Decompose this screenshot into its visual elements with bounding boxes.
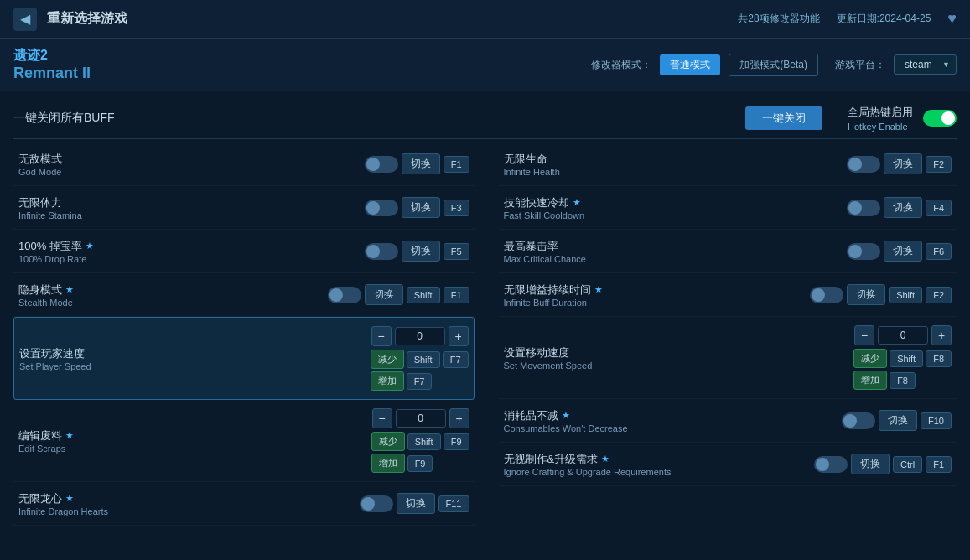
consumables-key[interactable]: F10	[921, 412, 952, 429]
consumables-toggle[interactable]	[842, 412, 875, 429]
feature-name-cn: 编辑废料 ★	[18, 428, 371, 443]
back-button[interactable]: ◀	[13, 8, 37, 31]
platform-select[interactable]: steam	[894, 54, 957, 75]
movement-shift-key[interactable]: Shift	[890, 350, 923, 367]
movement-input[interactable]	[878, 326, 928, 345]
hotkey-toggle[interactable]	[923, 110, 957, 127]
dragon-hearts-switch[interactable]: 切换	[397, 493, 435, 514]
crafting-switch[interactable]: 切换	[851, 454, 890, 474]
stealth-toggle[interactable]	[328, 287, 361, 303]
scraps-reduce-btn[interactable]: 减少	[371, 432, 405, 451]
star-icon: ★	[65, 284, 74, 295]
speed-increase-row: 增加 F7	[371, 371, 469, 391]
hotkey-label: 全局热键启用	[848, 105, 913, 120]
star-icon: ★	[86, 241, 94, 251]
dragon-hearts-key[interactable]: F11	[438, 495, 469, 512]
health-toggle[interactable]	[847, 156, 880, 173]
feature-name-cn: 技能快速冷却 ★	[504, 195, 848, 210]
crafting-ctrl-key[interactable]: Ctrl	[893, 456, 922, 473]
star-icon: ★	[562, 410, 570, 421]
buff-switch[interactable]: 切换	[847, 284, 885, 305]
dragon-hearts-toggle[interactable]	[360, 495, 393, 512]
normal-mode-button[interactable]: 普通模式	[660, 54, 720, 75]
feature-name-en: Infinite Buff Duration	[504, 298, 811, 308]
scraps-shift-key[interactable]: Shift	[407, 433, 441, 450]
drop-rate-toggle[interactable]	[365, 243, 398, 260]
scraps-input[interactable]	[396, 409, 446, 428]
star-icon: ★	[594, 284, 603, 295]
buff-toggle[interactable]	[810, 287, 843, 303]
movement-f8-key[interactable]: F8	[890, 372, 916, 389]
critical-toggle[interactable]	[847, 243, 880, 260]
stamina-key[interactable]: F3	[444, 200, 469, 216]
star-icon: ★	[65, 430, 74, 441]
skill-cooldown-toggle[interactable]	[847, 200, 880, 216]
feature-controls: 切换 F5	[365, 241, 469, 262]
health-switch[interactable]: 切换	[884, 153, 922, 174]
feature-name-en: Set Movement Speed	[504, 360, 854, 371]
header: ◀ 重新选择游戏 共28项修改器功能 更新日期:2024-04-25 ♥	[0, 0, 970, 39]
critical-switch[interactable]: 切换	[884, 241, 922, 262]
speed-f7-reduce-key[interactable]: F7	[443, 351, 469, 368]
movement-minus-btn[interactable]: −	[854, 325, 874, 345]
scraps-increase-btn[interactable]: 增加	[371, 454, 405, 473]
stamina-switch[interactable]: 切换	[402, 197, 440, 218]
skill-cooldown-key[interactable]: F4	[926, 200, 952, 216]
crafting-toggle[interactable]	[814, 456, 848, 473]
main-content: 一键关闭所有BUFF 一键关闭 全局热键启用 Hotkey Enable 无敌模…	[0, 91, 970, 557]
feature-controls: 切换 Shift F1	[328, 284, 469, 305]
god-mode-toggle[interactable]	[365, 156, 398, 173]
feature-name-en: Max Critical Chance	[504, 254, 848, 264]
speed-input[interactable]	[395, 327, 445, 345]
scraps-number-row: − +	[372, 408, 469, 428]
drop-rate-switch[interactable]: 切换	[402, 241, 440, 262]
feature-set-movement-speed: 设置移动速度 Set Movement Speed − + 减少 Shif	[499, 317, 957, 399]
scraps-f9-reduce-key[interactable]: F9	[444, 433, 469, 450]
feature-left: 编辑废料 ★ Edit Scraps	[18, 428, 371, 454]
feature-edit-scraps: 编辑废料 ★ Edit Scraps − + 减少 Shift	[13, 400, 475, 482]
movement-plus-btn[interactable]: +	[931, 325, 952, 345]
stamina-toggle[interactable]	[365, 200, 398, 216]
drop-rate-key[interactable]: F5	[444, 243, 469, 260]
speed-reduce-btn[interactable]: 减少	[371, 350, 404, 369]
hotkey-sublabel: Hotkey Enable	[848, 122, 908, 132]
movement-reduce-btn[interactable]: 减少	[853, 349, 887, 368]
consumables-switch[interactable]: 切换	[879, 410, 917, 431]
speed-plus-btn[interactable]: +	[449, 326, 469, 346]
feature-name-cn: 无限生命	[504, 152, 848, 167]
feature-name-en: Fast Skill Cooldown	[504, 210, 848, 220]
movement-f8-reduce-key[interactable]: F8	[926, 350, 952, 367]
feature-fast-skill-cooldown: 技能快速冷却 ★ Fast Skill Cooldown 切换 F4	[499, 186, 957, 230]
feature-name-cn: 最高暴击率	[504, 239, 848, 254]
speed-increase-btn[interactable]: 增加	[371, 371, 404, 391]
speed-f7-key[interactable]: F7	[407, 373, 433, 390]
stealth-key1[interactable]: Shift	[407, 287, 440, 303]
scraps-f9-key[interactable]: F9	[407, 455, 433, 472]
god-mode-key[interactable]: F1	[444, 156, 469, 173]
critical-key[interactable]: F6	[926, 243, 952, 260]
one-key-button[interactable]: 一键关闭	[745, 106, 822, 130]
scraps-plus-btn[interactable]: +	[449, 408, 469, 428]
favorite-icon[interactable]: ♥	[947, 10, 957, 28]
speed-shift-key[interactable]: Shift	[407, 351, 440, 368]
skill-cooldown-switch[interactable]: 切换	[884, 197, 922, 218]
speed-minus-btn[interactable]: −	[371, 326, 392, 346]
game-titles: 遗迹2 Remnant II	[13, 47, 591, 82]
health-key[interactable]: F2	[926, 156, 952, 173]
stealth-key2[interactable]: F1	[444, 287, 469, 303]
top-bar: 一键关闭所有BUFF 一键关闭 全局热键启用 Hotkey Enable	[13, 98, 957, 139]
buff-shift-key[interactable]: Shift	[889, 287, 922, 303]
scraps-reduce-row: 减少 Shift F9	[371, 432, 469, 451]
scraps-minus-btn[interactable]: −	[372, 408, 392, 428]
god-mode-switch[interactable]: 切换	[402, 153, 440, 174]
stealth-switch[interactable]: 切换	[365, 284, 403, 305]
crafting-f1-key[interactable]: F1	[926, 456, 952, 473]
one-key-label: 一键关闭所有BUFF	[13, 111, 745, 126]
enhanced-mode-button[interactable]: 加强模式(Beta)	[729, 54, 818, 76]
movement-increase-btn[interactable]: 增加	[853, 371, 887, 390]
feature-controls: 切换 F4	[847, 197, 952, 218]
feature-stealth-mode: 隐身模式 ★ Stealth Mode 切换 Shift F1	[13, 273, 475, 317]
buff-f2-key[interactable]: F2	[926, 287, 952, 303]
feature-left: 无敌模式 God Mode	[18, 152, 365, 177]
app-container: ◀ 重新选择游戏 共28项修改器功能 更新日期:2024-04-25 ♥ 遗迹2…	[0, 0, 970, 557]
